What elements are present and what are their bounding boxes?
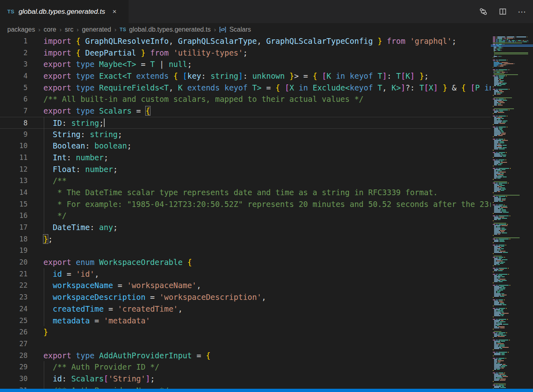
line-number: 16 <box>0 210 28 222</box>
line-number: 1 <box>0 35 28 47</box>
code-line: 2import { DeepPartial } from 'utility-ty… <box>0 47 491 59</box>
ts-file-icon: TS <box>7 9 15 15</box>
line-number: 6 <box>0 93 28 105</box>
ts-file-icon: TS <box>120 27 126 32</box>
tab-global-db-types[interactable]: TS global.db.types.generated.ts × <box>0 0 129 23</box>
breadcrumb-label: Scalars <box>229 26 251 33</box>
code-line: 18}; <box>0 233 491 245</box>
breadcrumb-label: core <box>44 26 56 33</box>
line-number: 10 <box>0 140 28 152</box>
chevron-right-icon: › <box>60 26 62 33</box>
code-line: 24 createdTime = 'createdTime', <box>0 303 491 315</box>
line-number: 22 <box>0 280 28 291</box>
code-line: 5export type RequireFields<T, K extends … <box>0 82 491 94</box>
code-line: 20export enum WorkspaceOrderable { <box>0 256 491 268</box>
code-line: 25 metadata = 'metadata' <box>0 315 491 327</box>
line-number: 27 <box>0 338 28 350</box>
code-line: 7export type Scalars = { <box>0 105 491 117</box>
minimap[interactable] <box>491 36 533 389</box>
line-number: 13 <box>0 175 28 187</box>
line-number: 5 <box>0 82 28 94</box>
minimap-current-line <box>491 45 533 47</box>
line-number: 17 <box>0 222 28 233</box>
line-number: 31 <box>0 385 28 389</box>
chevron-right-icon: › <box>114 26 116 33</box>
code-line: 13 /** <box>0 175 491 187</box>
code-line: 11 Int: number; <box>0 152 491 164</box>
code-line: 9 String: string; <box>0 129 491 140</box>
breadcrumb-item-packages[interactable]: packages <box>7 26 35 33</box>
code-line: 16 */ <box>0 210 491 222</box>
line-number: 21 <box>0 268 28 280</box>
minimap-content <box>493 37 528 389</box>
editor-actions: ⋯ <box>476 0 529 23</box>
code-line: 31 /** Auth Provider Name */ <box>0 385 491 389</box>
tab-title: global.db.types.generated.ts <box>19 8 105 16</box>
chevron-right-icon: › <box>214 26 216 33</box>
breadcrumb-label: global.db.types.generated.ts <box>129 26 211 33</box>
code-line: 12 Float: number; <box>0 164 491 175</box>
code-line: 3export type Maybe<T> = T | null; <box>0 58 491 70</box>
close-icon[interactable]: × <box>112 8 116 15</box>
code-line: 28export type AddAuthProviderInput = { <box>0 350 491 362</box>
line-number: 23 <box>0 291 28 303</box>
tab-bar: TS global.db.types.generated.ts × ⋯ <box>0 0 533 23</box>
symbol-variable-icon <box>219 26 226 33</box>
line-number: 20 <box>0 256 28 268</box>
code-line: 6/** All built-in and custom scalars, ma… <box>0 93 491 105</box>
status-bar <box>0 389 533 392</box>
code-line: 22 workspaceName = 'workspaceName', <box>0 280 491 291</box>
line-number: 15 <box>0 198 28 210</box>
code-line: 30 id: Scalars['String']; <box>0 373 491 385</box>
text-cursor <box>104 118 105 127</box>
editor[interactable]: 1import { GraphQLResolveInfo, GraphQLSca… <box>0 35 491 389</box>
code-line: 14 * The DateTime scalar type represents… <box>0 187 491 198</box>
code-line: 29 /** Auth Provider ID */ <box>0 361 491 373</box>
breadcrumb: packages›core›src›generated›TSglobal.db.… <box>0 23 533 36</box>
code-line: 19 <box>0 245 491 256</box>
breadcrumb-item-src[interactable]: src <box>65 26 73 33</box>
line-number: 12 <box>0 164 28 175</box>
more-actions-icon[interactable]: ⋯ <box>515 5 529 19</box>
line-number: 30 <box>0 373 28 385</box>
code-line: 10 Boolean: boolean; <box>0 140 491 152</box>
line-number: 2 <box>0 47 28 59</box>
code-line: 21 id = 'id', <box>0 268 491 280</box>
line-number: 26 <box>0 326 28 338</box>
code-line: 4export type Exact<T extends { [key: str… <box>0 70 491 82</box>
breadcrumb-item-scalars[interactable]: Scalars <box>219 26 251 33</box>
line-number: 14 <box>0 187 28 198</box>
line-number: 19 <box>0 245 28 256</box>
code-line: 8 ID: string; <box>0 117 491 129</box>
line-number: 11 <box>0 152 28 164</box>
code-line: 26} <box>0 326 491 338</box>
code-line: 23 workspaceDescription = 'workspaceDesc… <box>0 291 491 303</box>
code-line: 17 DateTime: any; <box>0 222 491 233</box>
line-number: 3 <box>0 58 28 70</box>
breadcrumb-label: src <box>65 26 73 33</box>
chevron-right-icon: › <box>39 26 41 33</box>
split-editor-icon[interactable] <box>496 5 509 19</box>
line-number: 4 <box>0 70 28 82</box>
breadcrumb-label: packages <box>7 26 35 33</box>
code-line: 27 <box>0 338 491 350</box>
line-number: 28 <box>0 350 28 362</box>
open-changes-icon[interactable] <box>476 5 490 19</box>
chevron-right-icon: › <box>77 26 79 33</box>
line-number: 29 <box>0 361 28 373</box>
code-line: 1import { GraphQLResolveInfo, GraphQLSca… <box>0 35 491 47</box>
code-line: 15 * For example: "1985-04-12T23:20:50.5… <box>0 198 491 210</box>
line-number: 9 <box>0 129 28 140</box>
line-number: 18 <box>0 233 28 245</box>
line-number: 7 <box>0 105 28 117</box>
line-number: 8 <box>0 117 28 128</box>
breadcrumb-item-core[interactable]: core <box>44 26 56 33</box>
line-number: 25 <box>0 315 28 327</box>
breadcrumb-item-global-db-types-generated-ts[interactable]: TSglobal.db.types.generated.ts <box>120 26 211 33</box>
line-number: 24 <box>0 303 28 315</box>
breadcrumb-item-generated[interactable]: generated <box>82 26 111 33</box>
breadcrumb-label: generated <box>82 26 111 33</box>
